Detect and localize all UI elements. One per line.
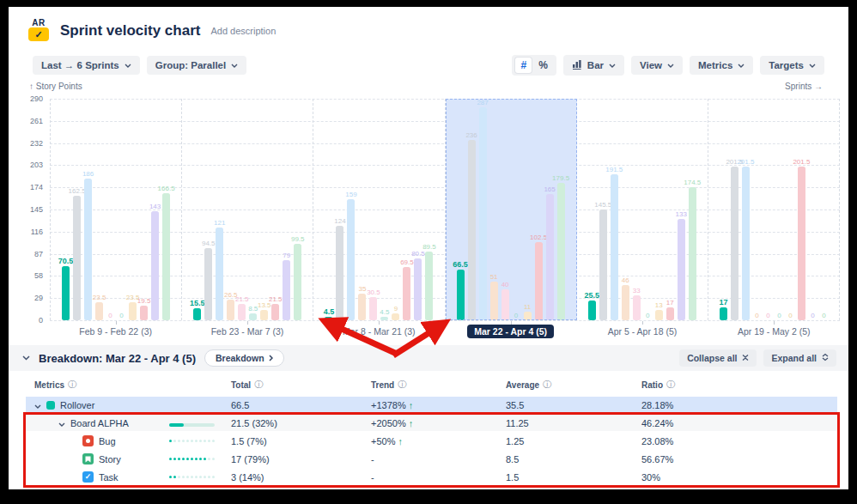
add-description-link[interactable]: Add description — [210, 26, 276, 36]
info-icon[interactable]: ⓘ — [254, 379, 263, 391]
bar-series-peach[interactable] — [490, 282, 498, 320]
bar-series-rose[interactable] — [271, 304, 279, 320]
bar-Rollover[interactable] — [720, 307, 727, 320]
bar-series-light-blue[interactable] — [84, 179, 92, 320]
bar-column: 30.5 — [369, 99, 377, 320]
bar-column: 143 — [151, 99, 159, 320]
bar-series-pink[interactable] — [238, 304, 246, 320]
x-category-label[interactable]: Mar 22 - Apr 4 (5) — [445, 324, 576, 341]
x-category-label[interactable]: Apr 19 - May 2 (5) — [708, 324, 840, 341]
bar-series-pale-green[interactable] — [294, 244, 301, 320]
row-expand-chevron-icon[interactable] — [58, 418, 65, 428]
chart-type-dropdown[interactable]: Bar — [563, 55, 624, 76]
bar-series-peach[interactable] — [622, 285, 629, 320]
bar-series-peach[interactable] — [95, 302, 103, 320]
row-expand-chevron-icon[interactable] — [34, 400, 41, 410]
breakdown-button[interactable]: Breakdown — [204, 349, 284, 367]
bar-series-pale-green[interactable] — [557, 183, 565, 320]
collapse-all-button[interactable]: Collapse all — [679, 349, 757, 367]
bar-series-amber[interactable] — [129, 302, 137, 320]
bar-value-label: 102.5 — [530, 234, 547, 241]
bar-value-label: 201.5 — [793, 158, 810, 166]
table-row-task[interactable]: ✓Task3 (14%)-1.530% — [26, 469, 837, 485]
bar-series-pale-teal[interactable] — [380, 317, 388, 320]
view-label: View — [640, 60, 662, 70]
board-avatar[interactable]: AR ✓ — [26, 18, 52, 44]
trend-cell: +1378%↑ — [369, 400, 504, 410]
x-category-label[interactable]: Mar 8 - Mar 21 (3) — [313, 324, 445, 341]
bar-value-label: 40 — [501, 281, 509, 288]
bar-series-gray[interactable] — [731, 167, 738, 320]
trend-up-arrow-icon: ↑ — [409, 400, 414, 410]
table-row-bug[interactable]: Bug1.5 (7%)+50%↑1.2523.08% — [26, 433, 837, 449]
targets-dropdown[interactable]: Targets — [760, 56, 824, 75]
bar-Rollover[interactable] — [62, 266, 70, 320]
table-row-board-alpha[interactable]: Board ALPHA21.5 (32%)+2050%↑11.2546.24% — [26, 415, 837, 431]
bar-series-peach[interactable] — [358, 294, 366, 320]
group-dropdown[interactable]: Group: Parallel — [147, 56, 246, 75]
bar-series-light-blue[interactable] — [347, 199, 355, 320]
average-cell: 1.5 — [504, 472, 640, 483]
table-row-story[interactable]: Story17 (79%)-8.556.67% — [26, 451, 837, 467]
column-header-total: Totalⓘ — [229, 379, 369, 391]
bar-value-label: 19.5 — [137, 297, 151, 305]
bar-series-pink[interactable] — [369, 297, 377, 320]
bar-series-lavender[interactable] — [414, 258, 422, 320]
bar-series-rose[interactable] — [535, 242, 543, 320]
metrics-dropdown[interactable]: Metrics — [690, 56, 753, 75]
x-category-label[interactable]: Apr 5 - Apr 18 (5) — [576, 324, 708, 341]
bar-series-pink[interactable] — [633, 295, 641, 320]
info-icon[interactable]: ⓘ — [666, 379, 675, 391]
bar-series-peach[interactable] — [227, 300, 234, 320]
info-icon[interactable]: ⓘ — [543, 379, 551, 391]
bar-series-rose[interactable] — [798, 167, 805, 320]
bar-series-amber[interactable] — [524, 312, 532, 320]
percent-toggle-button[interactable]: % — [533, 58, 553, 73]
collapse-section-chevron-icon[interactable] — [22, 355, 30, 361]
bar-series-pale-green[interactable] — [425, 252, 433, 320]
bar-series-pale-green[interactable] — [162, 193, 170, 320]
chevron-down-icon — [738, 64, 745, 68]
bar-series-rose[interactable] — [666, 307, 674, 320]
bar-series-gray[interactable] — [336, 226, 343, 320]
bar-series-lavender[interactable] — [546, 194, 554, 320]
bar-series-lavender[interactable] — [678, 219, 685, 320]
bar-series-rose[interactable] — [403, 267, 410, 320]
expand-all-button[interactable]: Expand all — [763, 349, 836, 367]
ratio-cell: 30% — [640, 472, 837, 483]
x-category-label[interactable]: Feb 23 - Mar 7 (3) — [181, 324, 313, 341]
bar-column: 179.5 — [557, 99, 565, 320]
x-category-label[interactable]: Feb 9 - Feb 22 (3) — [50, 324, 181, 341]
bar-Rollover[interactable] — [457, 270, 465, 320]
table-row-rollover[interactable]: Rollover66.5+1378%↑35.528.18% — [26, 397, 837, 413]
number-toggle-button[interactable]: # — [515, 58, 532, 73]
bar-Rollover[interactable] — [325, 317, 332, 320]
bar-value-label: 0 — [646, 312, 649, 319]
bar-series-gray[interactable] — [599, 209, 607, 320]
bar-series-amber[interactable] — [655, 310, 663, 320]
bar-Rollover[interactable] — [588, 301, 596, 320]
bar-series-light-blue[interactable] — [216, 228, 223, 320]
info-icon[interactable]: ⓘ — [68, 379, 76, 391]
bar-series-amber[interactable] — [392, 313, 399, 320]
view-dropdown[interactable]: View — [631, 56, 683, 75]
bar-series-pale-teal[interactable] — [249, 313, 257, 320]
bar-series-lavender[interactable] — [151, 211, 159, 320]
bar-series-lavender[interactable] — [283, 260, 290, 320]
bar-series-rose[interactable] — [140, 306, 148, 320]
total-cell: 17 (79%) — [229, 454, 369, 465]
bar-series-light-blue[interactable] — [611, 174, 618, 320]
sprint-range-dropdown[interactable]: Last → 6 Sprints — [33, 56, 140, 75]
trend-cell: +2050%↑ — [369, 418, 504, 428]
info-icon[interactable]: ⓘ — [398, 379, 406, 391]
bar-series-light-blue[interactable] — [479, 107, 487, 320]
bar-series-pink[interactable] — [501, 289, 509, 320]
bar-series-pale-green[interactable] — [689, 187, 696, 320]
bar-series-gray[interactable] — [204, 248, 212, 320]
bar-series-light-blue[interactable] — [742, 167, 750, 320]
bar-series-gray[interactable] — [73, 196, 81, 320]
metric-cell: Rollover — [26, 400, 167, 410]
bar-Rollover[interactable] — [193, 308, 201, 320]
bar-series-amber[interactable] — [260, 310, 268, 320]
bar-series-gray[interactable] — [468, 140, 476, 320]
